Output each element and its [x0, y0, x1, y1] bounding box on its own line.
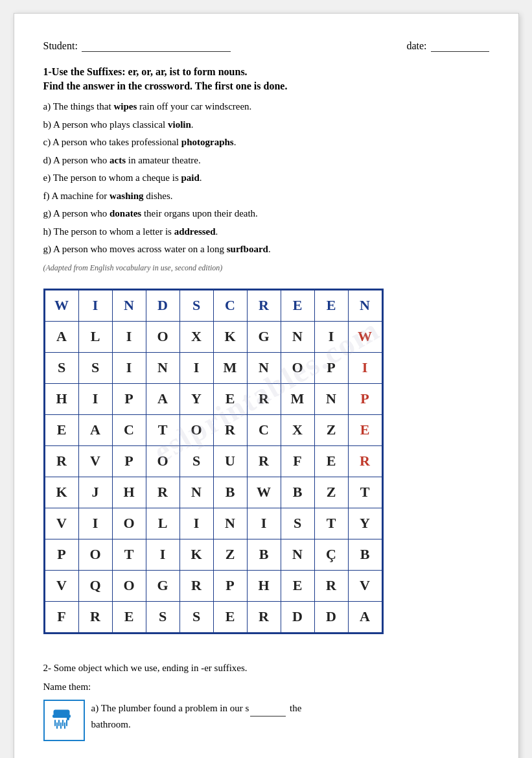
cell-1-0: A: [45, 321, 78, 352]
section2-subtitle: Name them:: [43, 679, 489, 696]
cell-5-5: U: [213, 445, 247, 477]
student-label: Student:: [43, 40, 78, 52]
cell-1-5: K: [213, 321, 247, 352]
cell-7-5: N: [213, 508, 247, 539]
cell-0-4: S: [179, 290, 213, 321]
date-label: date:: [406, 40, 426, 52]
cell-7-0: V: [45, 508, 78, 539]
word-acts: acts: [110, 155, 126, 165]
cell-6-9: T: [348, 477, 382, 508]
cell-2-2: I: [112, 352, 146, 383]
cell-6-5: B: [213, 477, 247, 508]
cell-4-1: A: [78, 414, 112, 445]
cell-4-4: O: [179, 414, 213, 445]
cell-8-7: N: [281, 539, 314, 570]
cell-2-0: S: [45, 352, 78, 383]
cell-7-7: S: [281, 508, 314, 539]
section2-title: 2- Some object which we use, ending in -…: [43, 660, 489, 677]
cell-10-4: S: [179, 601, 213, 632]
question2a-before: a) The plumber found a problem in our s: [91, 703, 249, 713]
date-field[interactable]: [431, 40, 489, 52]
cell-5-3: O: [146, 445, 179, 477]
cell-7-3: L: [146, 508, 179, 539]
cell-0-6: R: [247, 290, 281, 321]
cell-9-6: H: [247, 570, 281, 601]
cell-4-3: T: [146, 414, 179, 445]
cell-5-4: S: [179, 445, 213, 477]
question-g2: g) A person who moves across water on a …: [43, 241, 489, 258]
cell-7-1: I: [78, 508, 112, 539]
question2a-after: bathroom.: [91, 719, 131, 729]
cell-4-5: R: [213, 414, 247, 445]
cell-7-6: I: [247, 508, 281, 539]
cell-10-8: D: [314, 601, 348, 632]
cell-10-2: E: [112, 601, 146, 632]
source-note: (Adapted from English vocabulary in use,…: [43, 263, 489, 273]
cell-7-2: O: [112, 508, 146, 539]
question-a: a) The things that wipes rain off your c…: [43, 99, 489, 115]
cell-0-9: N: [348, 290, 382, 321]
cell-6-2: H: [112, 477, 146, 508]
cell-5-2: P: [112, 445, 146, 477]
cell-1-7: N: [281, 321, 314, 352]
cell-4-7: X: [281, 414, 314, 445]
cell-4-2: C: [112, 414, 146, 445]
section1-title: 1-Use the Suffixes: er, or, ar, ist to f…: [43, 66, 489, 78]
cell-8-4: K: [179, 539, 213, 570]
word-addressed: addressed: [174, 226, 216, 237]
word-donates: donates: [110, 208, 141, 219]
cell-2-1: S: [78, 352, 112, 383]
cell-3-3: A: [146, 383, 179, 414]
crossword-row-3: HIPAYERMNP: [45, 383, 382, 414]
cell-5-1: V: [78, 445, 112, 477]
cell-3-9: P: [348, 383, 382, 414]
shower-icon: [43, 700, 85, 741]
cell-9-9: V: [348, 570, 382, 601]
crossword-row-9: VQOGRPHERV: [45, 570, 382, 601]
svg-rect-2: [52, 715, 71, 718]
cell-6-8: Z: [314, 477, 348, 508]
question-list: a) The things that wipes rain off your c…: [43, 99, 489, 258]
cell-3-5: E: [213, 383, 247, 414]
cell-7-9: Y: [348, 508, 382, 539]
shower-text: a) The plumber found a problem in our s …: [91, 700, 489, 733]
crossword-grid: WINDSCREENALIOXKGNIWSSINIMNOPIHIPAYERMNP…: [43, 289, 384, 634]
cell-9-8: R: [314, 570, 348, 601]
cell-9-4: R: [179, 570, 213, 601]
cell-9-1: Q: [78, 570, 112, 601]
cell-0-2: N: [112, 290, 146, 321]
cell-2-7: O: [281, 352, 314, 383]
crossword-row-0: WINDSCREEN: [45, 290, 382, 321]
cell-1-2: I: [112, 321, 146, 352]
word-photographs: photographs: [181, 137, 234, 147]
cell-9-7: E: [281, 570, 314, 601]
word-violin: violin: [168, 119, 191, 130]
cell-6-0: K: [45, 477, 78, 508]
student-field[interactable]: [82, 40, 231, 52]
cell-3-6: R: [247, 383, 281, 414]
cell-9-0: V: [45, 570, 78, 601]
cell-1-4: X: [179, 321, 213, 352]
cell-8-8: Ç: [314, 539, 348, 570]
cell-1-6: G: [247, 321, 281, 352]
cell-9-5: P: [213, 570, 247, 601]
cell-10-5: E: [213, 601, 247, 632]
cell-5-7: F: [281, 445, 314, 477]
worksheet-page: eslprintables.com Student: date: 1-Use t…: [14, 13, 519, 758]
cell-0-0: W: [45, 290, 78, 321]
cell-1-3: O: [146, 321, 179, 352]
cell-6-6: W: [247, 477, 281, 508]
cell-8-0: P: [45, 539, 78, 570]
question-d: d) A person who acts in amateur theatre.: [43, 152, 489, 169]
section1-subtitle: Find the answer in the crossword. The fi…: [43, 80, 489, 92]
cell-8-2: T: [112, 539, 146, 570]
cell-6-7: B: [281, 477, 314, 508]
cell-1-9: W: [348, 321, 382, 352]
cell-4-6: C: [247, 414, 281, 445]
cell-0-7: E: [281, 290, 314, 321]
word-surfboard: surfboard: [227, 244, 268, 254]
cell-1-1: L: [78, 321, 112, 352]
word-washing: washing: [110, 191, 144, 201]
cell-9-3: G: [146, 570, 179, 601]
question2a-blank[interactable]: [250, 700, 286, 717]
